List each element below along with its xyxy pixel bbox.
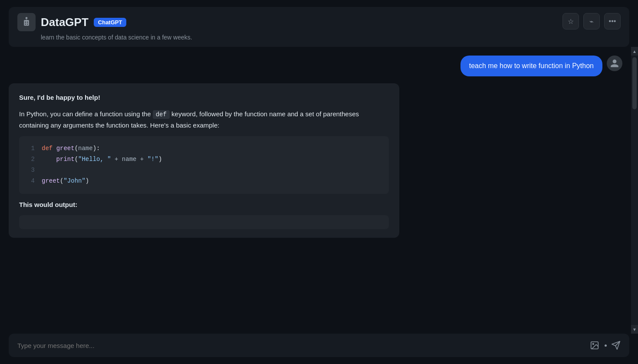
input-separator-dot <box>605 344 607 347</box>
user-message-row: teach me how to write function in Python <box>9 56 622 76</box>
app-avatar <box>17 13 36 31</box>
send-button[interactable] <box>611 341 621 350</box>
user-avatar-icon <box>610 59 619 68</box>
user-avatar <box>607 56 622 71</box>
line-number-4: 4 <box>28 176 35 187</box>
message-input[interactable] <box>17 342 584 349</box>
image-icon <box>590 341 599 350</box>
line-number-1: 1 <box>28 143 35 154</box>
header-left: DataGPT ChatGPT learn the basic concepts… <box>17 13 192 41</box>
output-label: This would output: <box>19 199 389 210</box>
ai-paragraph: In Python, you can define a function usi… <box>19 108 389 131</box>
star-icon: ☆ <box>568 17 574 26</box>
input-bar <box>9 334 629 357</box>
line-content-4: greet("John") <box>42 176 89 187</box>
code-line-4: 4 greet("John") <box>28 176 380 187</box>
robot-icon <box>20 16 33 28</box>
more-icon: ••• <box>609 17 616 25</box>
ai-message: Sure, I'd be happy to help! In Python, y… <box>9 83 399 238</box>
output-preview <box>19 215 389 229</box>
chat-area: teach me how to write function in Python… <box>0 47 638 334</box>
link-button[interactable]: ⌁ <box>583 13 600 30</box>
line-content-1: def greet(name): <box>42 143 100 154</box>
chatgpt-badge: ChatGPT <box>94 18 127 27</box>
scrollbar-down-btn[interactable]: ▼ <box>631 325 638 334</box>
scrollbar-up-btn[interactable]: ▲ <box>631 47 638 56</box>
ai-para-text: In Python, you can define a function usi… <box>19 110 153 118</box>
star-button[interactable]: ☆ <box>562 13 579 30</box>
def-keyword: def <box>153 110 170 119</box>
input-actions <box>589 340 621 351</box>
line-number-2: 2 <box>28 154 35 165</box>
user-bubble: teach me how to write function in Python <box>460 56 602 76</box>
link-icon: ⌁ <box>589 17 594 26</box>
ai-intro: Sure, I'd be happy to help! <box>19 92 389 103</box>
code-line-3: 3 <box>28 165 380 176</box>
header: DataGPT ChatGPT learn the basic concepts… <box>9 7 629 47</box>
ai-intro-text: Sure, I'd be happy to help! <box>19 94 100 101</box>
scrollbar-thumb[interactable] <box>632 57 637 109</box>
line-number-3: 3 <box>28 165 35 176</box>
send-icon <box>611 341 621 350</box>
scrollbar[interactable]: ▲ ▼ <box>631 47 638 334</box>
app-name: DataGPT <box>41 16 89 29</box>
header-subtitle: learn the basic concepts of data science… <box>41 34 192 41</box>
chat-messages: teach me how to write function in Python… <box>0 47 631 334</box>
svg-point-1 <box>592 343 594 344</box>
more-button[interactable]: ••• <box>604 13 621 30</box>
code-line-2: 2 print("Hello, " + name + "!") <box>28 154 380 165</box>
header-actions: ☆ ⌁ ••• <box>562 13 621 30</box>
code-line-1: 1 def greet(name): <box>28 143 380 154</box>
image-button[interactable] <box>589 340 600 351</box>
line-content-2: print("Hello, " + name + "!") <box>42 154 162 165</box>
header-title-row: DataGPT ChatGPT <box>17 13 192 31</box>
code-block: 1 def greet(name): 2 print("Hello, " + n… <box>19 136 389 194</box>
